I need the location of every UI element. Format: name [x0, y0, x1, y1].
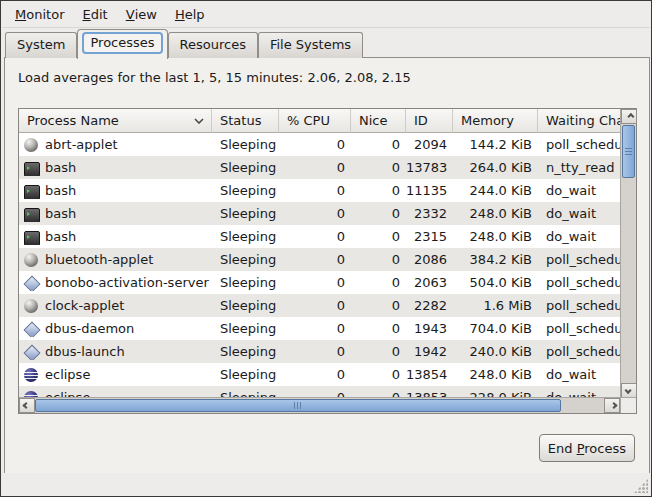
statusbar — [2, 473, 650, 495]
process-cpu: 0 — [279, 321, 351, 336]
horizontal-scrollbar-thumb[interactable] — [35, 399, 561, 412]
process-cpu: 0 — [279, 275, 351, 290]
process-status: Sleeping — [212, 321, 279, 336]
table-row[interactable]: eclipse Sleeping 0 0 13853 228.0 KiB do_… — [19, 386, 620, 397]
process-name-cell: bash — [19, 160, 212, 176]
table-row[interactable]: bash Sleeping 0 0 2332 248.0 KiB do_wait — [19, 202, 620, 225]
table-row[interactable]: dbus-launch Sleeping 0 0 1942 240.0 KiB … — [19, 340, 620, 363]
menu-view[interactable]: View — [117, 2, 166, 27]
process-cpu: 0 — [279, 344, 351, 359]
tab-label: File Systems — [270, 37, 351, 52]
column-header-cpu[interactable]: % CPU — [279, 109, 351, 133]
process-name: bash — [45, 206, 76, 221]
process-memory: 248.0 KiB — [453, 229, 538, 244]
tab-label: Processes — [82, 32, 162, 54]
process-nice: 0 — [351, 344, 406, 359]
table-row[interactable]: bonobo-activation-server Sleeping 0 0 20… — [19, 271, 620, 294]
column-header-memory[interactable]: Memory — [453, 109, 538, 133]
column-header-label: Nice — [359, 113, 387, 128]
process-id: 2332 — [406, 206, 453, 221]
process-icon — [23, 367, 39, 383]
scrollbar-corner — [620, 397, 636, 413]
table-row[interactable]: bash Sleeping 0 0 11135 244.0 KiB do_wai… — [19, 179, 620, 202]
column-header-label: Status — [220, 113, 261, 128]
vertical-scrollbar[interactable] — [620, 109, 636, 398]
process-nice: 0 — [351, 137, 406, 152]
tab-bar: System Processes Resources File Systems — [5, 29, 363, 58]
column-header-nice[interactable]: Nice — [351, 109, 406, 133]
process-name: bash — [45, 229, 76, 244]
process-icon — [23, 344, 39, 360]
menubar: Monitor Edit View Help — [2, 2, 650, 28]
process-cpu: 0 — [279, 183, 351, 198]
horizontal-scrollbar[interactable] — [19, 397, 620, 413]
process-nice: 0 — [351, 160, 406, 175]
process-name: dbus-launch — [45, 344, 125, 359]
scroll-down-button[interactable] — [621, 383, 637, 398]
column-header-waiting-channel[interactable]: Waiting Cha — [538, 109, 620, 133]
scroll-up-button[interactable] — [621, 109, 637, 124]
process-memory: 384.2 KiB — [453, 252, 538, 267]
process-cpu: 0 — [279, 298, 351, 313]
menu-help[interactable]: Help — [166, 2, 214, 27]
process-id: 2315 — [406, 229, 453, 244]
process-icon — [23, 275, 39, 291]
process-status: Sleeping — [212, 390, 279, 397]
process-memory: 144.2 KiB — [453, 137, 538, 152]
process-name-cell: eclipse — [19, 367, 212, 383]
process-status: Sleeping — [212, 367, 279, 382]
table-row[interactable]: abrt-applet Sleeping 0 0 2094 144.2 KiB … — [19, 133, 620, 156]
process-name: bash — [45, 160, 76, 175]
tab-resources[interactable]: Resources — [168, 32, 258, 58]
process-id: 13853 — [406, 390, 453, 397]
table-row[interactable]: bash Sleeping 0 0 13783 264.0 KiB n_tty_… — [19, 156, 620, 179]
process-status: Sleeping — [212, 137, 279, 152]
process-table-body: abrt-applet Sleeping 0 0 2094 144.2 KiB … — [19, 133, 620, 397]
process-nice: 0 — [351, 183, 406, 198]
process-memory: 704.0 KiB — [453, 321, 538, 336]
scroll-left-button[interactable] — [19, 398, 35, 413]
column-header-id[interactable]: ID — [406, 109, 453, 133]
end-process-button[interactable]: End Process — [539, 434, 635, 462]
table-row[interactable]: dbus-daemon Sleeping 0 0 1943 704.0 KiB … — [19, 317, 620, 340]
column-header-process-name[interactable]: Process Name — [19, 109, 212, 133]
process-id: 1943 — [406, 321, 453, 336]
process-status: Sleeping — [212, 275, 279, 290]
process-memory: 1.6 MiB — [453, 298, 538, 313]
process-name: abrt-applet — [45, 137, 118, 152]
process-icon — [23, 390, 39, 398]
column-header-label: Memory — [461, 113, 514, 128]
processes-page: Load averages for the last 1, 5, 15 minu… — [4, 57, 650, 474]
resize-grip-icon[interactable] — [634, 479, 648, 493]
process-cpu: 0 — [279, 367, 351, 382]
process-name-cell: bash — [19, 206, 212, 222]
process-id: 13854 — [406, 367, 453, 382]
process-waiting: poll_schedu — [538, 344, 620, 359]
process-status: Sleeping — [212, 298, 279, 313]
process-nice: 0 — [351, 367, 406, 382]
table-row[interactable]: eclipse Sleeping 0 0 13854 248.0 KiB do_… — [19, 363, 620, 386]
tab-processes[interactable]: Processes — [77, 29, 167, 59]
process-nice: 0 — [351, 229, 406, 244]
process-id: 2063 — [406, 275, 453, 290]
process-id: 2282 — [406, 298, 453, 313]
process-icon — [23, 160, 39, 176]
column-header-label: Process Name — [27, 113, 119, 128]
scroll-right-button[interactable] — [604, 398, 620, 413]
column-header-status[interactable]: Status — [212, 109, 279, 133]
tab-system[interactable]: System — [5, 32, 77, 58]
process-name-cell: bash — [19, 229, 212, 245]
table-row[interactable]: clock-applet Sleeping 0 0 2282 1.6 MiB p… — [19, 294, 620, 317]
process-id: 11135 — [406, 183, 453, 198]
process-icon — [23, 321, 39, 337]
process-icon — [23, 252, 39, 268]
table-row[interactable]: bash Sleeping 0 0 2315 248.0 KiB do_wait — [19, 225, 620, 248]
menu-monitor[interactable]: Monitor — [6, 2, 74, 27]
menu-edit[interactable]: Edit — [74, 2, 117, 27]
process-cpu: 0 — [279, 160, 351, 175]
tab-file-systems[interactable]: File Systems — [258, 32, 363, 58]
vertical-scrollbar-thumb[interactable] — [622, 125, 635, 178]
process-cpu: 0 — [279, 252, 351, 267]
chevron-right-icon — [610, 402, 617, 409]
table-row[interactable]: bluetooth-applet Sleeping 0 0 2086 384.2… — [19, 248, 620, 271]
